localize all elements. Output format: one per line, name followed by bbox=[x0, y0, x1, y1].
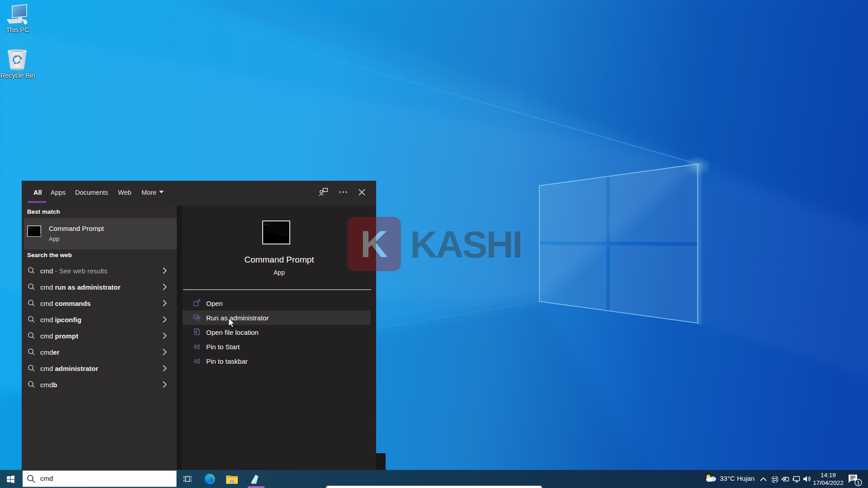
svg-text:C:\_: C:\_ bbox=[264, 223, 271, 226]
svg-text:1: 1 bbox=[857, 480, 859, 485]
